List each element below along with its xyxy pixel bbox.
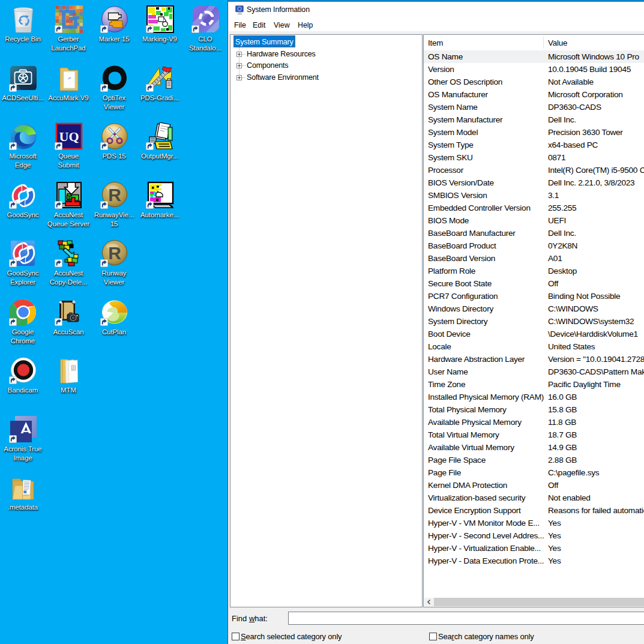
svg-text:R: R [108,243,121,263]
svg-text:R: R [108,185,121,205]
